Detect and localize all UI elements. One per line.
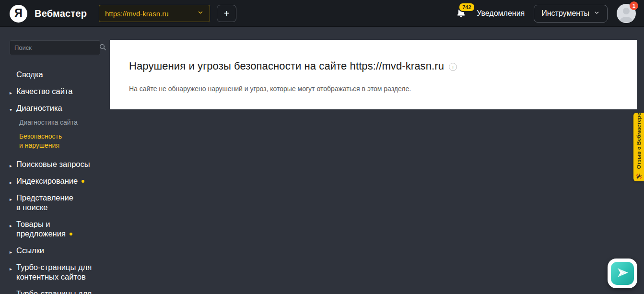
- wrench-code-icon: [636, 173, 642, 181]
- send-plane-icon: [616, 266, 629, 281]
- expand-arrow-icon: ▸: [10, 291, 12, 294]
- chat-widget-button[interactable]: [608, 259, 637, 288]
- top-header: Я Вебмастер https://mvd-krasn.ru + 742 У…: [0, 0, 644, 27]
- collapse-arrow-icon: ▾: [10, 105, 12, 115]
- sidebar-search: [10, 40, 100, 55]
- yandex-webmaster-logo[interactable]: Я Вебмастер: [10, 0, 87, 27]
- site-selector-dropdown[interactable]: https://mvd-krasn.ru: [99, 5, 210, 22]
- notifications-bell-button[interactable]: 742: [455, 7, 468, 20]
- notifications-count-badge: 742: [458, 2, 475, 12]
- sidebar-item-turbo-pages-clipped[interactable]: ▸Турбо-страницы для: [0, 289, 110, 294]
- title-row: Нарушения и угрозы безопасности на сайте…: [129, 60, 618, 72]
- tools-dropdown-button[interactable]: Инструменты: [534, 5, 608, 23]
- sidebar-subitem-security-violations[interactable]: Безопасность и нарушения: [0, 132, 110, 151]
- expand-arrow-icon: ▸: [10, 88, 12, 98]
- page-title: Нарушения и угрозы безопасности на сайте…: [129, 60, 444, 72]
- add-site-button[interactable]: +: [217, 5, 236, 22]
- expand-arrow-icon: ▸: [10, 247, 12, 257]
- chat-widget-background: [611, 262, 634, 285]
- sidebar-item-summary[interactable]: Сводка: [0, 70, 110, 79]
- chevron-down-icon: [197, 9, 204, 18]
- sidebar-item-search-queries[interactable]: ▸Поисковые запросы: [0, 159, 110, 169]
- site-selector-value: https://mvd-krasn.ru: [105, 10, 197, 18]
- expand-arrow-icon: ▸: [10, 221, 12, 231]
- notifications-label[interactable]: Уведомления: [477, 9, 525, 18]
- info-icon[interactable]: i: [449, 63, 457, 71]
- header-right-controls: 742 Уведомления Инструменты 1: [455, 0, 636, 27]
- feedback-tab-label: Отзыв о Вебмастере: [636, 113, 642, 169]
- sidebar-nav: Сводка ▸Качество сайта ▾Диагностика Диаг…: [0, 70, 110, 294]
- notification-dot: [70, 233, 72, 235]
- yandex-logo-icon: Я: [10, 5, 27, 23]
- sidebar-subitem-site-diagnostics[interactable]: Диагностика сайта: [0, 118, 110, 128]
- bell-icon: [455, 12, 467, 21]
- feedback-tab[interactable]: Отзыв о Вебмастере: [633, 113, 644, 181]
- page-description: На сайте не обнаружено нарушений и угроз…: [129, 85, 618, 93]
- diagnostics-submenu: Диагностика сайта Безопасность и нарушен…: [0, 118, 110, 151]
- expand-arrow-icon: ▸: [10, 161, 12, 171]
- search-input[interactable]: [14, 44, 99, 51]
- expand-arrow-icon: ▸: [10, 178, 12, 188]
- sidebar-item-diagnostics[interactable]: ▾Диагностика: [0, 103, 110, 113]
- user-profile-button[interactable]: 1: [617, 4, 636, 23]
- sidebar-item-indexing[interactable]: ▸Индексирование: [0, 176, 110, 186]
- profile-count-badge: 1: [630, 1, 638, 10]
- sidebar-item-site-quality[interactable]: ▸Качество сайта: [0, 86, 110, 96]
- content-card: Нарушения и угрозы безопасности на сайте…: [110, 40, 637, 109]
- notification-dot: [82, 180, 84, 183]
- sidebar-item-links[interactable]: ▸Ссылки: [0, 246, 110, 255]
- search-icon[interactable]: [99, 43, 106, 53]
- chevron-down-icon: [594, 9, 600, 18]
- sidebar-item-products-offers[interactable]: ▸Товары и предложения: [0, 219, 110, 238]
- sidebar-item-turbo-content-sites[interactable]: ▸Турбо-страницы для контентных сайтов: [0, 262, 110, 282]
- expand-arrow-icon: ▸: [10, 264, 12, 274]
- webmaster-app: Я Вебмастер https://mvd-krasn.ru + 742 У…: [0, 0, 644, 294]
- sidebar-item-search-appearance[interactable]: ▸Представление в поиске: [0, 193, 110, 212]
- expand-arrow-icon: ▸: [10, 195, 12, 204]
- sidebar: Сводка ▸Качество сайта ▾Диагностика Диаг…: [0, 27, 110, 294]
- brand-title: Вебмастер: [35, 8, 87, 19]
